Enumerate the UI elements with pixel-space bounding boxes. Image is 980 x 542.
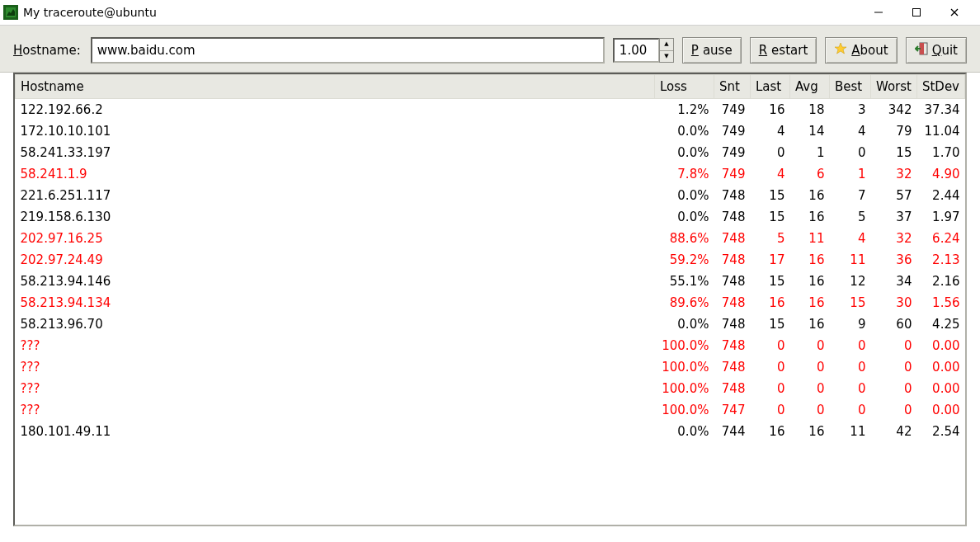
col-stdev[interactable]: StDev	[916, 75, 964, 99]
table-row[interactable]: 122.192.66.21.2%7491618334237.34	[16, 99, 965, 121]
col-avg[interactable]: Avg	[789, 75, 829, 99]
col-best[interactable]: Best	[829, 75, 870, 99]
interval-down-button[interactable]: ▼	[660, 51, 673, 63]
table-row[interactable]: 58.241.33.1970.0%749010151.70	[16, 142, 965, 163]
cell-worst: 57	[870, 185, 916, 206]
table-row[interactable]: 202.97.16.2588.6%7485114326.24	[16, 228, 965, 249]
cell-last: 15	[750, 185, 789, 206]
cell-last: 17	[750, 249, 789, 271]
cell-snt: 748	[714, 185, 750, 206]
table-row[interactable]: 180.101.49.110.0%744161611422.54	[16, 421, 965, 442]
cell-best: 0	[829, 356, 870, 378]
cell-loss: 0.0%	[654, 206, 714, 228]
interval-input[interactable]	[613, 38, 659, 63]
cell-worst: 0	[870, 356, 916, 378]
cell-host: 221.6.251.117	[16, 185, 655, 206]
cell-avg: 1	[789, 142, 829, 163]
cell-stdev: 0.00	[916, 356, 964, 378]
cell-snt: 749	[714, 142, 750, 163]
table-row[interactable]: 58.213.94.13489.6%748161615301.56	[16, 292, 965, 313]
close-button[interactable]	[935, 0, 973, 25]
cell-last: 0	[750, 335, 789, 356]
star-icon	[834, 42, 847, 59]
cell-avg: 0	[789, 335, 829, 356]
cell-snt: 748	[714, 271, 750, 292]
col-hostname[interactable]: Hostname	[16, 75, 655, 99]
cell-snt: 748	[714, 313, 750, 335]
svg-rect-3	[913, 9, 921, 16]
cell-worst: 34	[870, 271, 916, 292]
cell-host: 202.97.24.49	[16, 249, 655, 271]
table-row[interactable]: 219.158.6.1300.0%74815165371.97	[16, 206, 965, 228]
cell-last: 0	[750, 399, 789, 421]
cell-stdev: 4.90	[916, 163, 964, 185]
maximize-button[interactable]	[898, 0, 935, 25]
cell-host: 58.241.1.9	[16, 163, 655, 185]
table-row[interactable]: 58.241.1.97.8%749461324.90	[16, 163, 965, 185]
cell-worst: 30	[870, 292, 916, 313]
table-row[interactable]: ???100.0%74800000.00	[16, 335, 965, 356]
table-row[interactable]: 58.213.96.700.0%74815169604.25	[16, 313, 965, 335]
cell-loss: 0.0%	[654, 421, 714, 442]
cell-best: 9	[829, 313, 870, 335]
table-row[interactable]: ???100.0%74800000.00	[16, 356, 965, 378]
cell-host: ???	[16, 378, 655, 399]
cell-stdev: 2.44	[916, 185, 964, 206]
table-row[interactable]: ???100.0%74800000.00	[16, 378, 965, 399]
cell-host: 202.97.16.25	[16, 228, 655, 249]
col-loss[interactable]: Loss	[654, 75, 714, 99]
app-icon	[3, 5, 18, 20]
hostname-input[interactable]	[91, 37, 605, 64]
cell-loss: 0.0%	[654, 185, 714, 206]
cell-worst: 0	[870, 378, 916, 399]
table-row[interactable]: ???100.0%74700000.00	[16, 399, 965, 421]
cell-host: 58.213.94.134	[16, 292, 655, 313]
pause-button[interactable]: Pause	[682, 37, 742, 64]
minimize-button[interactable]	[860, 0, 898, 25]
restart-button[interactable]: Restart	[750, 37, 817, 64]
cell-last: 0	[750, 356, 789, 378]
cell-best: 7	[829, 185, 870, 206]
cell-best: 0	[829, 378, 870, 399]
cell-loss: 59.2%	[654, 249, 714, 271]
cell-worst: 0	[870, 335, 916, 356]
results-table-wrap: Hostname Loss Snt Last Avg Best Worst St…	[13, 73, 967, 526]
cell-stdev: 2.16	[916, 271, 964, 292]
col-worst[interactable]: Worst	[870, 75, 916, 99]
cell-loss: 100.0%	[654, 399, 714, 421]
table-row[interactable]: 58.213.94.14655.1%748151612342.16	[16, 271, 965, 292]
cell-loss: 1.2%	[654, 99, 714, 121]
table-row[interactable]: 202.97.24.4959.2%748171611362.13	[16, 249, 965, 271]
cell-stdev: 1.70	[916, 142, 964, 163]
cell-snt: 744	[714, 421, 750, 442]
interval-up-button[interactable]: ▲	[660, 39, 673, 51]
cell-avg: 14	[789, 120, 829, 142]
cell-last: 15	[750, 271, 789, 292]
quit-button[interactable]: Quit	[906, 37, 967, 64]
cell-best: 4	[829, 228, 870, 249]
col-snt[interactable]: Snt	[714, 75, 750, 99]
cell-worst: 32	[870, 228, 916, 249]
cell-loss: 100.0%	[654, 378, 714, 399]
cell-host: 58.213.96.70	[16, 313, 655, 335]
cell-host: ???	[16, 335, 655, 356]
interval-spinner[interactable]: ▲ ▼	[613, 38, 674, 63]
cell-stdev: 1.56	[916, 292, 964, 313]
window-title: My traceroute@ubuntu	[23, 6, 157, 19]
cell-worst: 37	[870, 206, 916, 228]
table-row[interactable]: 172.10.10.1010.0%74941447911.04	[16, 120, 965, 142]
cell-snt: 749	[714, 163, 750, 185]
table-row[interactable]: 221.6.251.1170.0%74815167572.44	[16, 185, 965, 206]
cell-best: 0	[829, 399, 870, 421]
cell-avg: 0	[789, 399, 829, 421]
col-last[interactable]: Last	[750, 75, 789, 99]
quit-icon	[915, 42, 928, 59]
cell-stdev: 0.00	[916, 378, 964, 399]
cell-best: 11	[829, 249, 870, 271]
cell-snt: 748	[714, 335, 750, 356]
cell-host: 180.101.49.11	[16, 421, 655, 442]
cell-worst: 0	[870, 399, 916, 421]
cell-loss: 0.0%	[654, 142, 714, 163]
about-button[interactable]: About	[825, 37, 897, 64]
svg-marker-6	[835, 43, 846, 54]
